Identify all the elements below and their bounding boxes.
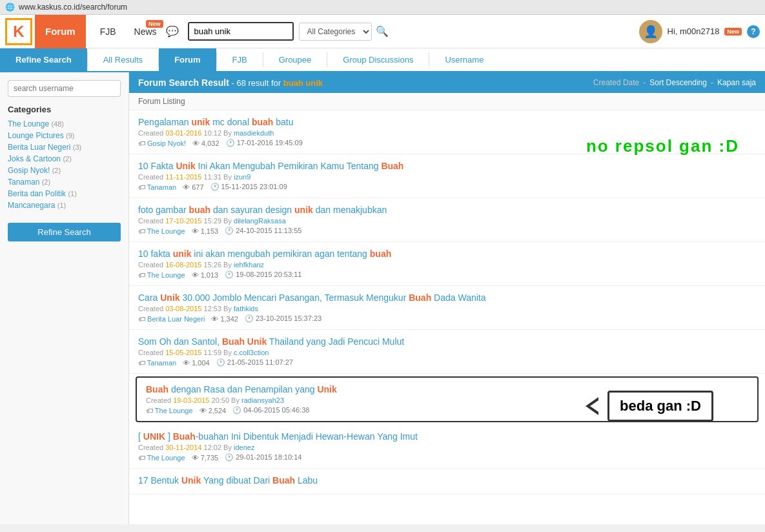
forum-item-1: 10 Fakta Unik Ini Akan Mengubah Pemikira… <box>129 154 765 198</box>
annotation-beda-container: beda gan :D <box>607 391 713 422</box>
sidebar-category-jokes[interactable]: Joks & Cartoon (2) <box>8 154 121 163</box>
arrow-inner <box>590 399 600 413</box>
forum-item-8: 17 Bentuk Unik Yang dibuat Dari Buah Lab… <box>129 469 765 495</box>
forum-item-stats-3: 🏷 The Lounge 👁 1,013 🕐 19-08-2015 20:53:… <box>138 271 756 279</box>
tab-all-results[interactable]: All Results <box>88 48 158 71</box>
tab-group-discussions[interactable]: Group Discussions <box>327 48 429 71</box>
smoke-icon: 💬 <box>166 25 179 37</box>
forum-item-title-1[interactable]: 10 Fakta Unik Ini Akan Mengubah Pemikira… <box>138 161 756 171</box>
forum-item-meta-3: Created 16-08-2015 15:26 By iehfkhanz <box>138 261 756 269</box>
sidebar-category-mancanegara[interactable]: Mancanegara (1) <box>8 201 121 210</box>
forum-item-7: [ UNIK ] Buah-buahan Ini Dibentuk Menjad… <box>129 425 765 469</box>
forum-item-5: Som Oh dan Santol, Buah Unik Thailand ya… <box>129 330 765 374</box>
forum-item-title-8[interactable]: 17 Bentuk Unik Yang dibuat Dari Buah Lab… <box>138 475 756 486</box>
beda-speech-bubble: beda gan :D <box>607 391 713 422</box>
sidebar-search-input[interactable] <box>8 80 121 97</box>
fjb-nav-link[interactable]: FJB <box>91 15 125 48</box>
news-nav-link[interactable]: News New <box>125 15 166 48</box>
logo-box[interactable]: K <box>5 18 32 45</box>
sidebar: Categories The Lounge (48) Lounge Pictur… <box>0 72 129 524</box>
forum-item-2: foto gambar buah dan sayuran design unik… <box>129 198 765 242</box>
sidebar-categories-title: Categories <box>8 105 121 114</box>
forum-section-1: Pengalaman unik mc donal buah batu Creat… <box>129 110 765 154</box>
sidebar-category-tanaman[interactable]: Tanaman (2) <box>8 178 121 187</box>
navbar: K Forum FJB News New 💬 All Categories 🔍 … <box>0 15 765 48</box>
forum-item-meta-7: Created 30-11-2014 12:02 By idenez <box>138 444 756 451</box>
forum-item-meta-4: Created 03-08-2015 12:53 By fathkids <box>138 305 756 312</box>
forum-item-title-5[interactable]: Som Oh dan Santol, Buah Unik Thailand ya… <box>138 336 756 347</box>
results-meta: Created Date - Sort Descending - Kapan s… <box>593 78 756 87</box>
forum-item-title-3[interactable]: 10 fakta unik ini akan mengubah pemikira… <box>138 249 756 259</box>
forum-item-title-4[interactable]: Cara Unik 30.000 Jomblo Mencari Pasangan… <box>138 292 756 303</box>
search-area: All Categories 🔍 <box>188 22 639 41</box>
tab-fjb[interactable]: FJB <box>217 48 263 71</box>
forum-item-stats-4: 🏷 Berita Luar Negeri 👁 1,342 🕐 23-10-201… <box>138 314 756 323</box>
forum-section-7: Buah dengan Rasa dan Penampilan yang Uni… <box>129 376 765 422</box>
logo-k: K <box>13 23 24 41</box>
tab-forum[interactable]: Forum <box>159 48 216 71</box>
beda-bubble-text: beda gan :D <box>607 391 713 422</box>
forum-nav-button[interactable]: Forum <box>35 15 86 48</box>
results-title: Forum Search Result - 68 result for buah… <box>138 77 323 88</box>
user-new-badge: New <box>724 28 742 36</box>
forum-listing-header: Forum Listing <box>129 93 765 110</box>
sort-descending-link[interactable]: Sort Descending <box>649 78 707 87</box>
forum-item-stats-7: 🏷 The Lounge 👁 7,735 🕐 29-01-2015 18:10:… <box>138 453 756 462</box>
sidebar-category-gosip[interactable]: Gosip Nyok! (2) <box>8 166 121 175</box>
sidebar-category-lounge-pictures[interactable]: Lounge Pictures (9) <box>8 131 121 140</box>
forum-item-title-7[interactable]: [ UNIK ] Buah-buahan Ini Dibentuk Menjad… <box>138 431 756 442</box>
avatar: 👤 <box>639 20 662 43</box>
globe-icon: 🌐 <box>5 3 15 12</box>
kapan-saja-link[interactable]: Kapan saja <box>717 78 756 87</box>
category-dropdown[interactable]: All Categories <box>299 23 372 41</box>
search-input[interactable] <box>189 23 292 39</box>
tab-username[interactable]: Username <box>429 48 499 71</box>
sidebar-category-berita-politik[interactable]: Berita dan Politik (1) <box>8 189 121 198</box>
search-button[interactable]: 🔍 <box>376 25 389 37</box>
search-input-wrapper <box>188 22 294 41</box>
hi-user-text: Hi, m00n2718 <box>668 26 720 36</box>
help-button[interactable]: ? <box>747 25 760 38</box>
tab-groupee[interactable]: Groupee <box>263 48 327 71</box>
address-bar: 🌐 www.kaskus.co.id/search/forum <box>0 0 765 15</box>
user-area: 👤 Hi, m00n2718 New ? <box>639 20 760 43</box>
sub-nav: Refine Search All Results Forum FJB Grou… <box>0 48 765 72</box>
forum-item-title-0[interactable]: Pengalaman unik mc donal buah batu <box>138 117 756 127</box>
forum-item-meta-1: Created 11-11-2015 11:31 By izun9 <box>138 173 756 181</box>
url-text: www.kaskus.co.id/search/forum <box>19 3 127 12</box>
news-new-badge: New <box>146 20 163 28</box>
forum-item-stats-1: 🏷 Tanaman 👁 677 🕐 15-11-2015 23:01:09 <box>138 183 756 191</box>
annotation-no-repsol: no repsol gan :D <box>586 136 739 156</box>
forum-item-stats-5: 🏷 Tanaman 👁 1,004 🕐 21-05-2015 11:07:27 <box>138 358 756 367</box>
forum-item-meta-5: Created 15-05-2015 11:59 By c.coll3ction <box>138 349 756 356</box>
content-area: Forum Search Result - 68 result for buah… <box>129 72 765 524</box>
sidebar-category-berita-luar[interactable]: Berita Luar Negeri (3) <box>8 143 121 152</box>
results-header: Forum Search Result - 68 result for buah… <box>129 72 765 93</box>
forum-item-3: 10 fakta unik ini akan mengubah pemikira… <box>129 242 765 286</box>
forum-item-meta-2: Created 17-10-2015 15:29 By dilelangRaks… <box>138 217 756 225</box>
sidebar-category-lounge[interactable]: The Lounge (48) <box>8 119 121 128</box>
forum-item-title-2[interactable]: foto gambar buah dan sayuran design unik… <box>138 205 756 215</box>
forum-item-stats-2: 🏷 The Lounge 👁 1,153 🕐 24-10-2015 11:13:… <box>138 227 756 235</box>
main-layout: Categories The Lounge (48) Lounge Pictur… <box>0 72 765 524</box>
refine-search-top-button[interactable]: Refine Search <box>0 48 87 71</box>
sidebar-refine-button[interactable]: Refine Search <box>8 223 121 241</box>
forum-item-4: Cara Unik 30.000 Jomblo Mencari Pasangan… <box>129 286 765 330</box>
